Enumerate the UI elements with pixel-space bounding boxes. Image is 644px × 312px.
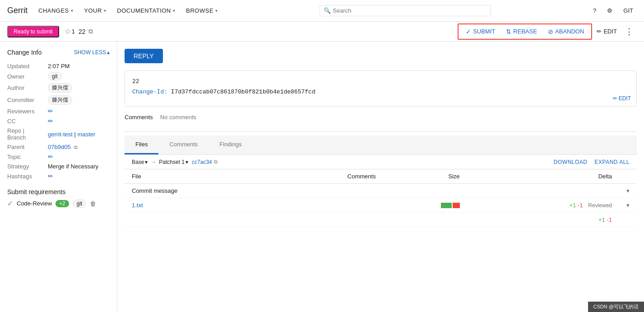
delta-plus-1: +1 — [570, 202, 576, 209]
parent-hash-link[interactable]: 07b9d05 — [48, 144, 71, 150]
trash-icon[interactable]: 🗑 — [90, 200, 96, 207]
file-extra-expand — [619, 213, 637, 227]
change-info-header: Change Info SHOW LESS ▴ — [7, 49, 110, 56]
info-row-updated: Updated 2:07 PM — [7, 61, 110, 71]
author-value: 滕兴儒 — [48, 82, 110, 94]
more-options-button[interactable]: ⋮ — [621, 25, 637, 38]
ready-to-submit-badge[interactable]: Ready to submit — [7, 26, 59, 37]
file-expand-1[interactable]: ▾ — [619, 198, 637, 213]
repo-link[interactable]: gerrit-test — [48, 131, 73, 138]
files-toolbar-right: DOWNLOAD EXPAND ALL — [554, 159, 630, 165]
reply-button[interactable]: REPLY — [125, 49, 163, 63]
info-row-owner: Owner git — [7, 71, 110, 82]
col-size: Size — [383, 169, 467, 184]
tab-files[interactable]: Files — [125, 135, 158, 154]
rebase-button[interactable]: ⇅ REBASE — [501, 25, 542, 38]
table-row[interactable]: 1.txt +1 -1 Reviewed — [125, 198, 637, 213]
expand-chevron-1[interactable]: ▾ — [626, 202, 630, 209]
parent-label: Parent — [7, 142, 48, 152]
delta-bar-red — [453, 203, 460, 208]
file-expand-0[interactable]: ▾ — [619, 184, 637, 198]
main-layout: Change Info SHOW LESS ▴ Updated 2:07 PM … — [0, 42, 644, 312]
branch-link[interactable]: master — [78, 131, 96, 138]
show-less-chevron: ▴ — [107, 49, 110, 56]
right-panel: REPLY 22 Change-Id: I7d37fdccab07c861870… — [117, 42, 644, 312]
strategy-label: Strategy — [7, 162, 48, 171]
file-name-commit-message: Commit message — [125, 184, 275, 198]
edit-label: EDIT — [603, 28, 617, 35]
col-delta: Delta — [467, 169, 619, 184]
expand-chevron-0[interactable]: ▾ — [626, 187, 630, 194]
hashtags-pencil-icon[interactable]: ✏ — [48, 172, 53, 180]
base-label: Base — [132, 159, 144, 165]
patchset-select[interactable]: Patchset 1 ▾ — [159, 159, 188, 165]
reviewers-pencil-icon[interactable]: ✏ — [48, 107, 53, 115]
nav-documentation[interactable]: DOCUMENTATION ▾ — [113, 5, 179, 16]
files-table: File Comments Size Delta Commit message — [125, 169, 637, 227]
settings-icon[interactable]: ⚙ — [603, 5, 616, 16]
action-buttons-group: ✓ SUBMIT ⇅ REBASE ⊘ ABANDON — [458, 23, 592, 40]
author-chip: 滕兴儒 — [48, 83, 72, 93]
owner-chip: git — [48, 72, 62, 80]
files-toolbar: Base ▾ → Patchset 1 ▾ cc7ac34 ⧉ DOWNLOAD… — [125, 155, 637, 169]
table-row[interactable]: Commit message ▾ — [125, 184, 637, 198]
download-link[interactable]: DOWNLOAD — [554, 159, 588, 165]
patchset-label: Patchset 1 — [159, 159, 185, 165]
search-input[interactable] — [333, 7, 487, 14]
star-icon[interactable]: ☆ — [65, 27, 71, 36]
nav-your-chevron: ▾ — [104, 8, 107, 13]
delta-bar-green — [441, 203, 452, 208]
hashtags-edit[interactable]: ✏ — [48, 171, 110, 181]
info-row-repo-branch: Repo | Branch gerrit-test | master — [7, 126, 110, 142]
copy-change-number-icon[interactable]: ⧉ — [88, 28, 93, 35]
reviewed-label-1: Reviewed — [588, 202, 612, 209]
change-info-title: Change Info — [7, 49, 42, 56]
show-less-link[interactable]: SHOW LESS ▴ — [74, 49, 110, 56]
info-row-reviewers: Reviewers ✏ — [7, 106, 110, 116]
search-icon: 🔍 — [324, 7, 331, 14]
submit-button[interactable]: ✓ SUBMIT — [461, 25, 500, 38]
reviewers-edit[interactable]: ✏ — [48, 106, 110, 116]
file-delta-0 — [467, 184, 619, 198]
cc-edit[interactable]: ✏ — [48, 116, 110, 126]
nav-changes[interactable]: CHANGES ▾ — [35, 5, 77, 16]
commit-message-box: 22 Change-Id: I7d37fdccab07c861870b0f821… — [125, 70, 637, 107]
nav-changes-chevron: ▾ — [71, 8, 74, 13]
file-link-1txt[interactable]: 1.txt — [132, 202, 143, 209]
commit-edit-link[interactable]: ✏ EDIT — [613, 95, 631, 102]
file-extra-td — [125, 213, 275, 227]
help-button[interactable]: ? — [589, 5, 600, 16]
file-size-0 — [383, 184, 467, 198]
repo-branch-sep: | — [74, 131, 78, 138]
tab-findings[interactable]: Findings — [208, 135, 252, 154]
nav-documentation-chevron: ▾ — [173, 8, 176, 13]
committer-chip: 滕兴儒 — [48, 95, 72, 105]
submit-requirement-item: ✓ Code-Review +2 git 🗑 — [7, 199, 110, 208]
updated-label: Updated — [7, 61, 48, 71]
change-id-hash: I7d37fdccab07c861870b0f821b0b4e1de8657fc… — [171, 88, 315, 95]
abandon-button[interactable]: ⊘ ABANDON — [543, 25, 588, 38]
nav-browse[interactable]: BROWSE ▾ — [182, 5, 221, 16]
commit-hash-link[interactable]: cc7ac34 — [192, 159, 212, 165]
parent-copy-icon[interactable]: ⧉ — [74, 144, 78, 150]
nav-changes-label: CHANGES — [38, 7, 69, 14]
expand-all-link[interactable]: EXPAND ALL — [595, 159, 630, 165]
commit-hash-copy-icon[interactable]: ⧉ — [214, 159, 218, 165]
col-expand — [619, 169, 637, 184]
committer-value: 滕兴儒 — [48, 94, 110, 106]
files-tabs: Files Comments Findings — [125, 135, 637, 155]
file-extra-delta: +1 -1 — [467, 213, 619, 227]
commit-change-id-line: Change-Id: I7d37fdccab07c861870b0f821b0b… — [132, 88, 629, 95]
req-code-review: Code-Review — [17, 200, 52, 207]
topic-pencil-icon[interactable]: ✏ — [48, 153, 53, 160]
cc-pencil-icon[interactable]: ✏ — [48, 117, 53, 125]
edit-button[interactable]: ✏ EDIT — [592, 25, 621, 37]
file-comments-0 — [275, 184, 383, 198]
nav-your[interactable]: YOUR ▾ — [80, 5, 110, 16]
no-comments-value: No comments — [160, 114, 196, 121]
change-info-table: Updated 2:07 PM Owner git Author 滕兴儒 Com… — [7, 61, 110, 181]
committer-label: Committer — [7, 94, 48, 106]
base-select[interactable]: Base ▾ — [132, 159, 148, 165]
tab-comments[interactable]: Comments — [158, 135, 208, 154]
topic-edit[interactable]: ✏ — [48, 152, 110, 162]
